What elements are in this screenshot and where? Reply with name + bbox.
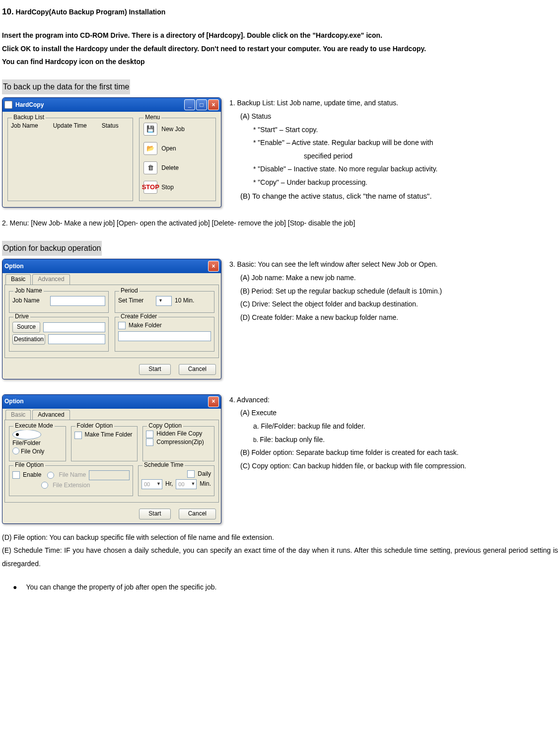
tab-basic[interactable]: Basic <box>5 274 31 285</box>
line: (A) Status <box>229 110 558 123</box>
line: (A) Job name: Make a new job name. <box>229 271 558 285</box>
maximize-button[interactable]: □ <box>196 99 207 110</box>
col-job-name[interactable]: Job Name <box>11 122 38 130</box>
line: (D) Create folder: Make a new backup fol… <box>229 311 558 324</box>
close-button[interactable]: × <box>208 396 219 407</box>
minimize-button[interactable]: _ <box>184 99 195 110</box>
start-button[interactable]: Start <box>139 364 170 375</box>
option-advanced-window: Option × Basic Advanced Execute Mode Fil… <box>2 394 221 524</box>
line: * "Enable" – Active state. Regular backu… <box>229 136 558 149</box>
desc-basic: 3. Basic: You can see the left window af… <box>229 258 558 324</box>
checkbox-label: Compression(Zip) <box>156 439 204 446</box>
daily-label: Daily <box>198 470 211 478</box>
window-title: Option <box>4 398 24 406</box>
enable-label: Enable <box>23 471 41 479</box>
radio-label: File Extension <box>53 482 90 490</box>
line: * "Start" – Start copy. <box>229 123 558 137</box>
menu-stop[interactable]: STOP Stop <box>142 179 212 195</box>
titlebar[interactable]: Option × <box>2 259 221 273</box>
cancel-button[interactable]: Cancel <box>179 509 216 519</box>
section-title-option: Option for backup operation <box>2 241 102 256</box>
intro-line-3: You can find Hardcopy icon on the deskto… <box>2 55 558 69</box>
period-group: Period Set Timer ▼ 10 Min. <box>115 291 214 313</box>
job-name-group: Job Name Job Name <box>9 291 109 313</box>
source-path-input[interactable] <box>43 322 105 332</box>
group-legend-menu: Menu <box>143 114 161 122</box>
menu-description: 2. Menu: [New Job- Make a new job] [Open… <box>2 217 558 230</box>
radio-file-name[interactable] <box>47 472 54 479</box>
start-button[interactable]: Start <box>139 509 170 519</box>
line: 1. Backup List: List Job name, update ti… <box>229 96 558 110</box>
group-legend: Drive <box>13 313 30 321</box>
intro-block: Insert the program into CD-ROM Drive. Th… <box>2 29 558 69</box>
desc-advanced: 4. Advanced: (A) Execute a. File/Folder:… <box>229 393 558 473</box>
job-name-label: Job Name <box>12 297 47 305</box>
make-folder-checkbox[interactable] <box>118 322 126 329</box>
hour-select[interactable]: 00▼ <box>141 479 162 489</box>
group-legend: Execute Mode <box>13 422 55 430</box>
line: specified period <box>229 149 558 163</box>
heading-number: 10. <box>2 7 14 16</box>
bullet-icon: ● <box>2 581 17 594</box>
desc-backup-list: 1. Backup List: List Job name, update ti… <box>229 96 558 203</box>
menu-delete[interactable]: 🗑 Delete <box>142 160 212 179</box>
make-time-folder-checkbox[interactable] <box>74 432 82 439</box>
col-status[interactable]: Status <box>102 122 119 130</box>
col-update-time[interactable]: Update Time <box>53 122 87 130</box>
titlebar[interactable]: Option × <box>2 395 221 409</box>
destination-button[interactable]: Destination <box>12 334 45 345</box>
file-option-group: File Option Enable File Name File Extens… <box>9 465 133 497</box>
menu-new-job[interactable]: 💾 New Job <box>142 121 212 141</box>
compression-checkbox[interactable] <box>146 439 153 446</box>
line: (B) Period: Set up the regular backup sc… <box>229 285 558 298</box>
intro-line-2: Click OK to install the Hardcopy under t… <box>2 42 558 56</box>
line: * "Disable" – Inactive state. No more re… <box>229 162 558 176</box>
menu-label: Stop <box>161 184 174 192</box>
radio-file-extension[interactable] <box>41 482 48 489</box>
file-name-input[interactable] <box>89 470 130 480</box>
timer-value: 10 Min. <box>175 297 194 305</box>
hardcopy-window: HardCopy _ □ × Backup List Job Name Upda… <box>2 97 221 208</box>
group-legend: Create Folder <box>119 313 158 321</box>
line: * "Copy" – Under backup processing. <box>229 176 558 189</box>
intro-line-1: Insert the program into CD-ROM Drive. Th… <box>2 29 558 42</box>
group-legend: Schedule Time <box>142 461 185 469</box>
tab-advanced[interactable]: Advanced <box>32 410 70 420</box>
section-title-backup-first-time: To back up the data for the first time <box>2 79 130 94</box>
folder-open-icon: 📂 <box>143 142 157 155</box>
menu-open[interactable]: 📂 Open <box>142 141 212 160</box>
tab-advanced[interactable]: Advanced <box>32 274 70 285</box>
radio-file-only[interactable] <box>12 447 19 454</box>
checkbox-label: Hidden File Copy <box>156 430 202 438</box>
min-label: Min. <box>200 480 211 488</box>
close-button[interactable]: × <box>208 99 219 110</box>
job-name-input[interactable] <box>50 296 105 306</box>
menu-label: New Job <box>161 126 185 134</box>
group-legend: Period <box>119 287 140 295</box>
copy-option-group: Copy Option Hidden File Copy Compression… <box>142 426 214 461</box>
radio-label: File Name <box>59 471 86 479</box>
schedule-time-group: Schedule Time Daily 00▼ Hr, 00▼ Min. <box>138 465 214 497</box>
line: (A) Execute <box>229 406 558 420</box>
enable-checkbox[interactable] <box>12 471 20 479</box>
titlebar[interactable]: HardCopy _ □ × <box>2 98 221 112</box>
folder-name-input[interactable] <box>118 331 211 341</box>
make-folder-label: Make Folder <box>129 322 162 330</box>
line: (B) To change the active status, click "… <box>229 189 558 204</box>
close-button[interactable]: × <box>208 261 219 272</box>
tab-basic[interactable]: Basic <box>5 410 31 420</box>
group-legend-backup-list: Backup List <box>12 114 46 122</box>
minute-select[interactable]: 00▼ <box>176 479 197 489</box>
line: 3. Basic: You can see the left window af… <box>229 258 558 271</box>
source-button[interactable]: Source <box>12 322 40 333</box>
destination-path-input[interactable] <box>48 334 105 344</box>
daily-checkbox[interactable] <box>187 470 195 478</box>
hidden-file-copy-checkbox[interactable] <box>146 431 153 438</box>
line: a. File/Folder: backup file and folder. <box>229 420 558 433</box>
radio-label: File Only <box>21 448 44 455</box>
timer-select[interactable]: ▼ <box>156 296 172 306</box>
cancel-button[interactable]: Cancel <box>179 364 216 375</box>
radio-file-folder[interactable] <box>12 430 41 440</box>
drive-group: Drive Source Destination <box>9 317 109 352</box>
delete-icon: 🗑 <box>143 161 157 174</box>
